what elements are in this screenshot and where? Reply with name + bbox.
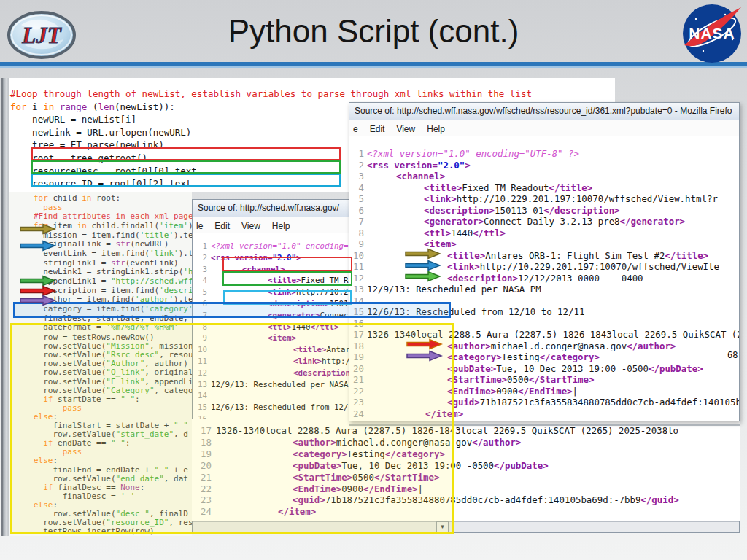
code-line: newURL = newList[i] — [10, 114, 136, 125]
code-line: row.setValue("Author", author) — [34, 359, 188, 368]
menu-item-file-clipped[interactable]: e — [353, 124, 358, 134]
xml-line: 14 — [349, 295, 739, 306]
window-titlebar[interactable]: Source of: http://sched.wff.nasa.gov/wff… — [349, 103, 739, 120]
header-rule-light — [0, 66, 747, 68]
code-line: else: — [34, 412, 58, 421]
code-line: newLink1 = stringLink1.strip('ht — [34, 267, 192, 276]
xml-line: 20<pubDate>Tue, 10 Dec 2013 19:00 -0500<… — [349, 363, 739, 374]
code-line: row.setValue("Rsrc_desc", resour — [34, 350, 192, 359]
code-line: resourceDesc = root[0][0].text — [10, 166, 197, 176]
code-line: newLink = URL.urlopen(newURL) — [10, 127, 191, 138]
xml-source-right: 1<?xml version="1.0" encoding="UTF-8" ?>… — [349, 136, 739, 421]
code-line: root = tree.getroot() — [10, 152, 147, 163]
slide: Python Script (cont.) LJT NASA #Loop thr… — [0, 0, 747, 560]
menu-item-help[interactable]: Help — [272, 221, 290, 231]
code-line: testRows.insertRow(row) — [34, 526, 155, 536]
code-line: if finalDesc == None: — [34, 483, 144, 492]
code-line: author = item.find('author').tex — [34, 295, 192, 304]
horizontal-scrollbar[interactable] — [193, 521, 739, 532]
code-line: description = item.find('descrip — [34, 286, 192, 295]
code-line: row = testRows.next() — [34, 535, 144, 536]
code-line: row.setValue("Mission", mission) — [34, 341, 192, 351]
code-line: pass — [34, 203, 63, 212]
xml-line: 19<category>Testing</category> — [349, 351, 739, 362]
xml-line: 8<ttl>1440</ttl> — [349, 228, 739, 238]
xml-line: 3<channel> — [349, 171, 739, 182]
xml-line: 7<generator>Connect Daily 3.2.13-pre8</g… — [349, 216, 739, 227]
xml-line: 23<guid>71b187521c3fa355834880785dd0c7cb… — [192, 494, 740, 505]
page-title: Python Script (cont.) — [0, 13, 747, 50]
window-edge-shadow — [349, 424, 740, 426]
xml-line: 21<StartTime>0500</StartTime> — [349, 374, 739, 385]
code-line: finalDesc = ' ' — [34, 491, 135, 501]
xml-line: 1512/6/13: Rescheduled from 12/10 to 12/… — [349, 306, 739, 317]
window-title: Source of: http://sched.wff.nasa.gov/wff… — [355, 106, 732, 116]
code-line: if endDate == " ": — [34, 438, 130, 448]
xml-line: 171326-1340local 2288.5 Aura (2287.5) 18… — [349, 329, 739, 340]
code-line: tree = ET.parse(newLink) — [10, 139, 164, 150]
xml-line: 1312/9/13: Rescheduled per NASA PM — [349, 284, 739, 295]
xml-line: 16 — [349, 318, 739, 329]
code-line: #Find attributes in each xml page — [34, 211, 192, 221]
menu-item-edit[interactable]: Edit — [214, 221, 230, 231]
menu-item-view[interactable]: View — [396, 124, 415, 134]
window-menubar: eEditViewHelp — [349, 120, 739, 138]
code-line: originalLink = str(newURL) — [34, 239, 169, 249]
code-line: row.setValue("Category", categor — [34, 386, 192, 395]
menu-item-view[interactable]: View — [241, 221, 260, 231]
code-line: row = testRows.newRow() — [34, 332, 155, 342]
code-line: finalDesc, startDate, endDate, s — [34, 314, 192, 323]
code-line: appendLink1 = "http://sched.wff. — [34, 276, 192, 286]
code-line: else: — [34, 456, 58, 465]
xml-line: 22<EndTime>0900</EndTime>| — [349, 386, 739, 397]
menu-item-help[interactable]: Help — [427, 124, 445, 134]
code-line: category = item.find('category') — [34, 304, 192, 314]
code-line: if startDate == " ": — [34, 394, 140, 404]
python-code-panel-lower: for child in root: pass#Find attributes … — [9, 192, 192, 536]
code-line: dateFormat = '%m/%d/%Y %H%M' — [34, 322, 179, 332]
nasa-logo-icon: NASA — [681, 3, 743, 64]
code-line: pass — [34, 447, 82, 456]
xml-line: 10<title>Antares ORB-1: Flight Sim Test … — [349, 250, 739, 261]
xml-line: 4<title>Fixed TM Readout</title> — [349, 182, 739, 193]
xml-line: 9<item> — [349, 238, 739, 249]
code-line: finalEnd = endDate + " " + e — [34, 465, 188, 475]
xml-line: 24</item> — [349, 408, 739, 419]
code-line: row.setValue("desc_", finalD — [34, 509, 188, 518]
xml-line: 11<link>http://10.229.201.197:10070/wffs… — [349, 261, 739, 272]
source-window-right: Source of: http://sched.wff.nasa.gov/wff… — [349, 102, 740, 421]
xml-source-continuation: 171326-1340local 2288.5 Aura (2287.5) 18… — [192, 419, 740, 521]
code-line: finalStart = startDate + " " — [34, 421, 188, 430]
menu-item-file-clipped[interactable]: le — [196, 221, 203, 231]
code-line: stringLink1 = str(eventLink) — [34, 258, 179, 268]
code-line: mission = item.find('title').tex — [34, 230, 192, 240]
code-line: else: — [34, 500, 58, 510]
xml-line: 22<EndTime>0900</EndTime>| — [192, 483, 740, 494]
window-title: Source of: http://sched.wff.nasa.gov/ — [198, 203, 339, 213]
xml-line: 1<?xml version="1.0" encoding="UTF-8" ?> — [349, 148, 739, 159]
xml-line: 6<description>150113-01</description> — [349, 205, 739, 216]
scroll-down-button[interactable]: ▼ — [436, 521, 449, 533]
xml-line: 20<pubDate>Tue, 10 Dec 2013 19:00 -0500<… — [192, 460, 740, 471]
xml-line: 2<rss version="2.0"> — [349, 160, 739, 171]
svg-text:LJT: LJT — [21, 23, 61, 48]
ljt-logo-icon: LJT — [7, 10, 77, 60]
svg-text:NASA: NASA — [689, 25, 735, 42]
code-line: row.setValue("end_date", dat — [34, 474, 188, 483]
xml-line: 18<author>michael.d.conger@nasa.gov</aut… — [192, 437, 740, 448]
code-line: row.setValue("resource_ID", resou — [34, 518, 192, 527]
menu-item-edit[interactable]: Edit — [370, 124, 385, 134]
xml-line: 5<link>http://10.229.201.197:10070/wffsc… — [349, 193, 739, 204]
clipped-text-fragment: 68 — [727, 350, 738, 360]
code-line: row.setValue("O_link", originalL — [34, 368, 192, 377]
code-line: for i in range (len(newList)): — [10, 101, 175, 112]
xml-line: 24</item> — [192, 506, 740, 517]
code-line: #Loop through length of newList, establi… — [10, 88, 532, 99]
code-line: for child in root: — [34, 193, 120, 203]
code-line: row.setValue("E_link", appendLin — [34, 377, 192, 386]
code-line: eventLink = item.find('link').te — [34, 249, 192, 258]
xml-line: 171326-1340local 2288.5 Aura (2287.5) 18… — [192, 425, 740, 436]
xml-line: 19<category>Testing</category> — [192, 448, 740, 459]
code-line: for item in child.findall('item'): — [34, 221, 192, 230]
xml-line: 18<author>michael.d.conger@nasa.gov</aut… — [349, 341, 739, 351]
